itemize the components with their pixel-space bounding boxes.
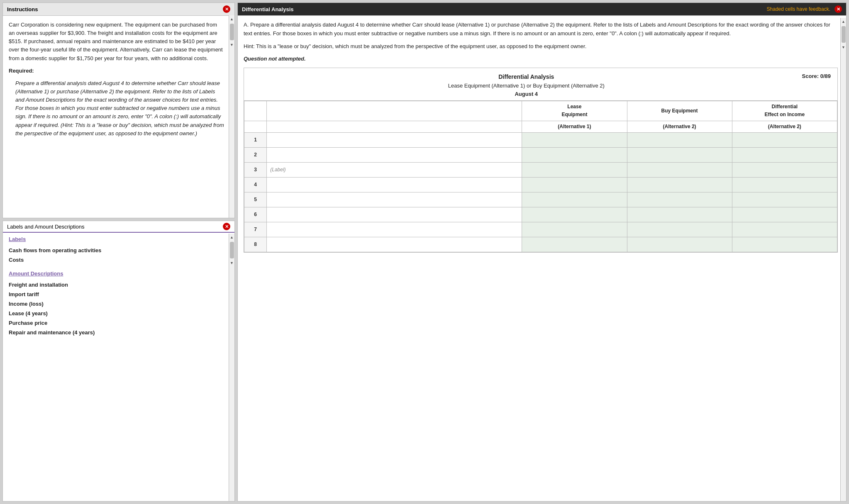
row-number-7: 7	[244, 222, 267, 237]
data-input-8-3[interactable]	[736, 241, 834, 247]
row-label-1[interactable]	[267, 132, 522, 147]
diff-content: A. Prepare a differential analysis dated…	[238, 16, 846, 501]
scroll-thumb	[230, 24, 234, 40]
label-input-3[interactable]	[270, 167, 518, 173]
amount-section-heading: Amount Descriptions	[9, 270, 224, 277]
data-input-6-3[interactable]	[736, 212, 834, 217]
data-input-3-3[interactable]	[736, 167, 834, 173]
data-cell-2-1[interactable]	[522, 147, 627, 162]
data-input-6-1[interactable]	[525, 212, 623, 217]
data-input-3-1[interactable]	[525, 167, 623, 173]
data-cell-1-2[interactable]	[627, 132, 732, 147]
data-input-1-2[interactable]	[631, 137, 729, 143]
data-input-5-1[interactable]	[525, 197, 623, 202]
data-cell-3-3[interactable]	[732, 162, 837, 177]
data-cell-8-3[interactable]	[732, 237, 837, 252]
data-cell-1-3[interactable]	[732, 132, 837, 147]
amount-item-purchase: Purchase price	[9, 318, 224, 328]
data-cell-5-3[interactable]	[732, 192, 837, 207]
row-label-4[interactable]	[267, 177, 522, 192]
data-input-4-3[interactable]	[736, 182, 834, 187]
label-input-5[interactable]	[270, 197, 518, 202]
data-input-6-2[interactable]	[631, 212, 729, 217]
data-input-2-2[interactable]	[631, 152, 729, 158]
row-label-3[interactable]	[267, 162, 522, 177]
instructions-close-button[interactable]: ✕	[223, 5, 230, 13]
data-cell-6-2[interactable]	[627, 207, 732, 222]
amount-item-tariff: Import tariff	[9, 290, 224, 299]
row-label-5[interactable]	[267, 192, 522, 207]
row-label-7[interactable]	[267, 222, 522, 237]
table-row: 3	[244, 162, 837, 177]
diff-scroll-up[interactable]: ▲	[841, 18, 847, 25]
instructions-body: Carr Corporation is considering new equi…	[9, 21, 224, 63]
th-buy: Buy Equipment	[627, 101, 732, 121]
scroll-down-arrow[interactable]: ▼	[229, 41, 235, 49]
row-number-6: 6	[244, 207, 267, 222]
required-item-a: Prepare a differential analysis dated Au…	[15, 79, 224, 138]
differential-panel: Differential Analysis Shaded cells have …	[237, 2, 847, 502]
table-row: 2	[244, 147, 837, 162]
labels-scrollbar[interactable]: ▲ ▼	[229, 234, 234, 501]
data-input-5-2[interactable]	[631, 197, 729, 202]
table-date: August 4	[251, 90, 802, 99]
diff-scrollbar[interactable]: ▲ ▼	[840, 18, 846, 501]
label-input-8[interactable]	[270, 241, 518, 247]
data-cell-1-1[interactable]	[522, 132, 627, 147]
row-number-3: 3	[244, 162, 267, 177]
instructions-scrollbar[interactable]: ▲ ▼	[229, 15, 234, 218]
label-input-1[interactable]	[270, 137, 518, 143]
data-cell-5-1[interactable]	[522, 192, 627, 207]
labels-scroll-down[interactable]: ▼	[229, 259, 235, 267]
data-cell-3-1[interactable]	[522, 162, 627, 177]
table-row: 8	[244, 237, 837, 252]
data-cell-8-1[interactable]	[522, 237, 627, 252]
labels-panel: Labels and Amount Descriptions ✕ Labels …	[2, 221, 235, 502]
data-input-5-3[interactable]	[736, 197, 834, 202]
data-input-1-1[interactable]	[525, 137, 623, 143]
scroll-up-arrow[interactable]: ▲	[229, 15, 235, 23]
data-input-3-2[interactable]	[631, 167, 729, 173]
label-input-7[interactable]	[270, 226, 518, 232]
th-label2	[267, 121, 522, 132]
data-cell-5-2[interactable]	[627, 192, 732, 207]
data-input-4-1[interactable]	[525, 182, 623, 187]
row-number-4: 4	[244, 177, 267, 192]
data-input-2-1[interactable]	[525, 152, 623, 158]
diff-scroll-down[interactable]: ▼	[841, 44, 847, 51]
label-input-4[interactable]	[270, 182, 518, 187]
labels-list: Cash flows from operating activities Cos…	[9, 246, 224, 265]
data-input-1-3[interactable]	[736, 137, 834, 143]
data-cell-4-2[interactable]	[627, 177, 732, 192]
data-input-8-2[interactable]	[631, 241, 729, 247]
data-cell-3-2[interactable]	[627, 162, 732, 177]
table-sub-title: Lease Equipment (Alternative 1) or Buy E…	[251, 82, 802, 90]
data-cell-7-1[interactable]	[522, 222, 627, 237]
data-cell-4-1[interactable]	[522, 177, 627, 192]
data-cell-2-2[interactable]	[627, 147, 732, 162]
label-input-6[interactable]	[270, 212, 518, 217]
labels-close-button[interactable]: ✕	[223, 223, 230, 230]
data-input-8-1[interactable]	[525, 241, 623, 247]
row-label-8[interactable]	[267, 237, 522, 252]
label-input-2[interactable]	[270, 152, 518, 158]
amount-list: Freight and installation Import tariff I…	[9, 280, 224, 337]
data-cell-7-2[interactable]	[627, 222, 732, 237]
data-cell-6-3[interactable]	[732, 207, 837, 222]
instructions-panel: Instructions ✕ Carr Corporation is consi…	[2, 2, 235, 218]
labels-section-heading: Labels	[9, 236, 224, 242]
data-cell-4-3[interactable]	[732, 177, 837, 192]
diff-close-button[interactable]: ✕	[834, 5, 842, 13]
data-input-2-3[interactable]	[736, 152, 834, 158]
row-label-6[interactable]	[267, 207, 522, 222]
data-cell-8-2[interactable]	[627, 237, 732, 252]
data-cell-2-3[interactable]	[732, 147, 837, 162]
data-cell-6-1[interactable]	[522, 207, 627, 222]
row-label-2[interactable]	[267, 147, 522, 162]
data-input-7-1[interactable]	[525, 226, 623, 232]
data-input-7-2[interactable]	[631, 226, 729, 232]
data-input-4-2[interactable]	[631, 182, 729, 187]
data-input-7-3[interactable]	[736, 226, 834, 232]
labels-scroll-up[interactable]: ▲	[229, 234, 235, 241]
data-cell-7-3[interactable]	[732, 222, 837, 237]
